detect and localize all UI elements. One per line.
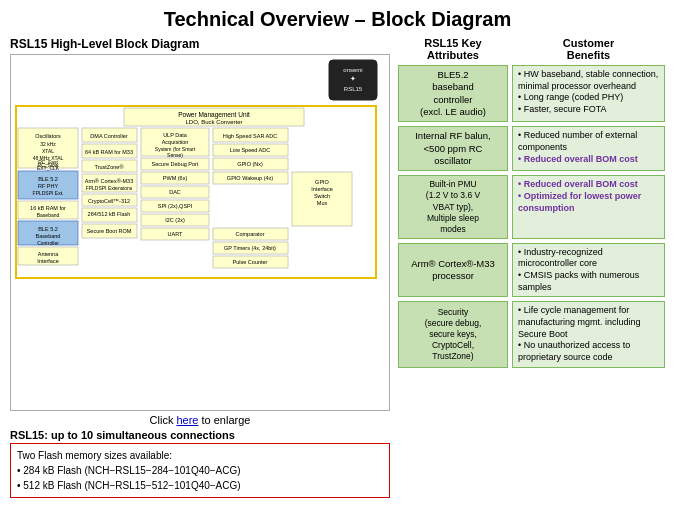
attr-cell-3: Arm® Cortex®-M33 processor (398, 243, 508, 298)
svg-text:Comparator: Comparator (235, 231, 264, 237)
svg-text:Arm® Cortex®-M33: Arm® Cortex®-M33 (85, 178, 133, 184)
block-diagram-svg: onsemi ✦ RSL15 Power Management Unit LDO… (14, 58, 384, 283)
flash-line-1: • 284 kB Flash (NCH−RSL15−284−101Q40−ACG… (17, 463, 383, 478)
attr-cell-0: BLE5.2 baseband controller (excl. LE aud… (398, 65, 508, 122)
svg-text:64 kB RAM for M33: 64 kB RAM for M33 (85, 149, 133, 155)
benefit-0-0: HW baseband, stable connection, minimal … (518, 69, 659, 92)
svg-text:BLE 5.2: BLE 5.2 (38, 226, 58, 232)
attr-cell-2: Built-in PMU (1.2 V to 3.6 V VBAT typ), … (398, 175, 508, 238)
page-title: Technical Overview – Block Diagram (10, 8, 665, 31)
svg-text:CryptoCell™-312: CryptoCell™-312 (88, 198, 130, 204)
benefit-2-0: Reduced overall BOM cost (518, 179, 659, 191)
flash-line-0: Two Flash memory sizes available: (17, 448, 383, 463)
benefit-1-0: Reduced number of external components (518, 130, 659, 153)
svg-text:284/512 kB Flash: 284/512 kB Flash (88, 211, 131, 217)
svg-text:GPIO (Nx): GPIO (Nx) (237, 161, 263, 167)
feature-row-1: Internal RF balun, <500 ppm RC oscillato… (398, 126, 665, 171)
svg-text:Interface: Interface (37, 258, 58, 264)
benefit-4-1: No unauthorized access to proprietary so… (518, 340, 659, 363)
svg-text:FPLDSPI Ext.: FPLDSPI Ext. (33, 190, 64, 196)
svg-text:UART: UART (168, 231, 184, 237)
benefit-cell-4: Life cycle management for manufacturing … (512, 301, 665, 367)
main-content: RSL15 High-Level Block Diagram onsemi ✦ … (10, 37, 665, 498)
flash-box: Two Flash memory sizes available: • 284 … (10, 443, 390, 498)
svg-text:GPIO: GPIO (315, 179, 329, 185)
enlarge-link[interactable]: here (176, 414, 198, 426)
benefit-cell-1: Reduced number of external components Re… (512, 126, 665, 171)
benefit-1-1: Reduced overall BOM cost (518, 154, 659, 166)
right-side: RSL15 Key Attributes Customer Benefits B… (398, 37, 665, 498)
svg-text:onsemi: onsemi (343, 67, 362, 73)
svg-text:RF PHY: RF PHY (38, 183, 59, 189)
svg-text:Baseband: Baseband (36, 233, 61, 239)
benefit-0-1: Long range (coded PHY) (518, 92, 659, 104)
svg-text:PWM (6x): PWM (6x) (163, 175, 188, 181)
feature-row-3: Arm® Cortex®-M33 processor Industry-reco… (398, 243, 665, 298)
svg-text:Switch: Switch (314, 193, 330, 199)
svg-text:Mux: Mux (317, 200, 328, 206)
svg-text:Interface: Interface (311, 186, 332, 192)
svg-text:32 kHz: 32 kHz (40, 141, 56, 147)
benefit-2-1: Optimized for lowest power consumption (518, 191, 659, 214)
svg-text:GPIO Wakeup (4x): GPIO Wakeup (4x) (227, 175, 273, 181)
benefit-0-2: Faster, secure FOTA (518, 104, 659, 116)
svg-text:Low Speed ADC: Low Speed ADC (230, 147, 270, 153)
svg-text:✦: ✦ (350, 75, 356, 82)
benefit-4-0: Life cycle management for manufacturing … (518, 305, 659, 340)
feature-row-0: BLE5.2 baseband controller (excl. LE aud… (398, 65, 665, 122)
attr-cell-1: Internal RF balun, <500 ppm RC oscillato… (398, 126, 508, 171)
benefit-cell-0: HW baseband, stable connection, minimal … (512, 65, 665, 122)
svg-text:Antenna: Antenna (38, 251, 59, 257)
svg-text:Pulse Counter: Pulse Counter (233, 259, 268, 265)
svg-text:ULP Data: ULP Data (163, 132, 188, 138)
svg-text:Power Management Unit: Power Management Unit (178, 111, 250, 119)
svg-text:GP Timers (4x, 24bit): GP Timers (4x, 24bit) (224, 245, 276, 251)
svg-text:Sense): Sense) (167, 152, 183, 158)
svg-text:Acquisition: Acquisition (162, 139, 189, 145)
feature-row-2: Built-in PMU (1.2 V to 3.6 V VBAT typ), … (398, 175, 665, 238)
svg-text:EXT_CLK: EXT_CLK (37, 165, 60, 171)
svg-text:High Speed SAR ADC: High Speed SAR ADC (223, 133, 277, 139)
col-header-attr: RSL15 Key Attributes (398, 37, 508, 61)
svg-text:Controller: Controller (37, 240, 59, 246)
svg-text:16 kB RAM for: 16 kB RAM for (30, 205, 66, 211)
page: Technical Overview – Block Diagram RSL15… (0, 0, 675, 506)
click-enlarge: Click here to enlarge (10, 414, 390, 426)
diagram-label: RSL15 High-Level Block Diagram (10, 37, 390, 51)
svg-text:DMA Controller: DMA Controller (90, 133, 127, 139)
right-header: RSL15 Key Attributes Customer Benefits (398, 37, 665, 61)
svg-text:BLE 5.2: BLE 5.2 (38, 176, 58, 182)
svg-text:FPLDSPI Extensions: FPLDSPI Extensions (86, 185, 133, 191)
benefit-cell-2: Reduced overall BOM cost Optimized for l… (512, 175, 665, 238)
svg-text:I2C (2x): I2C (2x) (165, 217, 185, 223)
svg-text:SPI (2x),QSPI: SPI (2x),QSPI (158, 203, 193, 209)
svg-text:XTAL: XTAL (42, 148, 54, 154)
svg-text:Baseband: Baseband (37, 212, 60, 218)
svg-text:TrustZone®: TrustZone® (95, 164, 124, 170)
diagram-container: onsemi ✦ RSL15 Power Management Unit LDO… (10, 54, 390, 411)
benefit-cell-3: Industry-recognized microcontroller core… (512, 243, 665, 298)
attr-cell-4: Security (secure debug, secure keys, Cry… (398, 301, 508, 367)
svg-text:LDO, Buck Converter: LDO, Buck Converter (185, 119, 242, 125)
svg-text:RSL15: RSL15 (344, 86, 363, 92)
flash-line-2: • 512 kB Flash (NCH−RSL15−512−101Q40−ACG… (17, 478, 383, 493)
svg-text:DAC: DAC (169, 189, 181, 195)
benefit-3-0: Industry-recognized microcontroller core (518, 247, 659, 270)
left-side: RSL15 High-Level Block Diagram onsemi ✦ … (10, 37, 390, 498)
svg-text:Secure Boot ROM: Secure Boot ROM (87, 228, 132, 234)
feature-row-4: Security (secure debug, secure keys, Cry… (398, 301, 665, 367)
click-text: Click (150, 414, 177, 426)
svg-text:Secure Debug Port: Secure Debug Port (152, 161, 199, 167)
svg-text:Oscillators: Oscillators (35, 133, 61, 139)
benefit-3-1: CMSIS packs with numerous samples (518, 270, 659, 293)
col-header-benefits: Customer Benefits (512, 37, 665, 61)
rsl15-note: RSL15: up to 10 simultaneous connections (10, 429, 390, 441)
click-suffix: to enlarge (198, 414, 250, 426)
